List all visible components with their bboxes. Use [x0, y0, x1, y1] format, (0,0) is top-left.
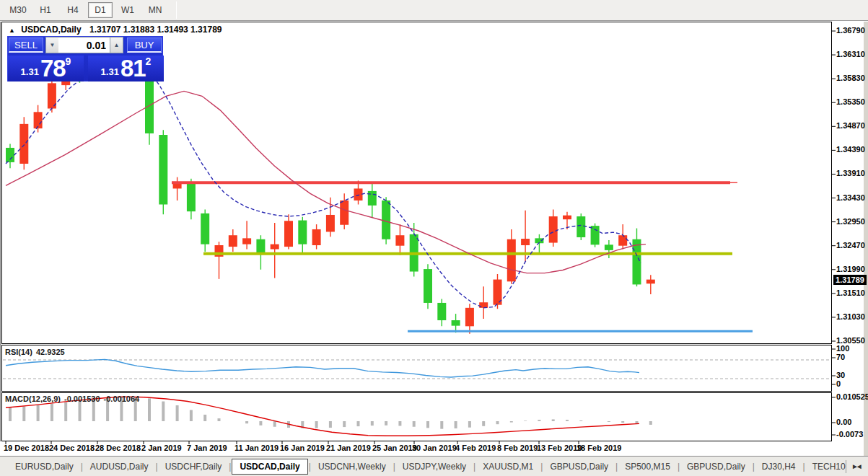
price-axis-label: 1.35350 — [836, 97, 865, 106]
date-axis-label: 18 Feb 2019 — [577, 444, 621, 452]
price-axis-label: 1.32950 — [836, 217, 865, 226]
price-axis-label: 1.33430 — [836, 193, 865, 202]
tab-separator: | — [615, 462, 618, 472]
volume-decrease-button[interactable]: ▼ — [45, 37, 59, 53]
indicator-axis-label: 0.00 — [836, 418, 851, 426]
chart-tab-usdjpy-weekly[interactable]: USDJPY,Weekly — [396, 459, 473, 475]
price-axis-label: 1.32470 — [836, 241, 865, 250]
date-axis-label: 2 Jan 2019 — [141, 444, 182, 452]
price-axis-label: 1.34390 — [836, 145, 865, 154]
buy-button[interactable]: BUY — [127, 38, 162, 53]
indicator-axis-label: 0.010525 — [836, 392, 868, 401]
buy-price-display[interactable]: 1.31 81 2 — [88, 56, 164, 81]
price-axis-label: 1.31510 — [836, 288, 865, 297]
price-axis-label: 1.36790 — [836, 26, 865, 35]
indicator-axis-label: 30 — [836, 371, 845, 379]
tab-separator: | — [753, 462, 755, 472]
tabbar-divider — [846, 460, 846, 473]
chart-title: ▲ USDCAD,Daily 1.31707 1.31883 1.31493 1… — [9, 25, 222, 35]
rsi-panel[interactable] — [1, 345, 832, 392]
chart-ohlc-values: 1.31707 1.31883 1.31493 1.31789 — [89, 25, 222, 35]
sell-price-prefix: 1.31 — [21, 65, 39, 79]
tab-separator: | — [81, 462, 83, 472]
rsi-name-label: RSI(14) — [5, 348, 32, 356]
sell-button[interactable]: SELL — [9, 38, 43, 53]
indicator-axis-label: 0 — [836, 379, 841, 388]
tab-separator: | — [229, 462, 231, 472]
macd-header: MACD(12,26,9)-0.001530-0.001064 — [5, 395, 143, 403]
window-edge — [0, 22, 1, 441]
chart-tab-gbpusd-daily[interactable]: GBPUSD,Daily — [680, 459, 752, 475]
date-axis-label: 24 Dec 2018 — [49, 444, 95, 452]
chart-tab-usdchf-daily[interactable]: USDCHF,Daily — [159, 459, 229, 475]
chart-tabbar: EURUSD,Daily|AUDUSD,Daily|USDCHF,Daily|U… — [0, 456, 868, 476]
date-axis-label: 13 Feb 2019 — [537, 444, 582, 452]
one-click-trade-panel: SELL ▼ ▲ BUY 1.31 78 9 1.31 81 2 — [7, 36, 163, 81]
chart-tab-xauusd-m1[interactable]: XAUUSD,M1 — [476, 459, 540, 475]
buy-price-pips: 81 — [120, 58, 146, 79]
buy-price-point: 2 — [146, 57, 152, 66]
tab-separator: | — [309, 462, 311, 472]
date-axis-label: 16 Jan 2019 — [280, 444, 325, 452]
macd-name-label: MACD(12,26,9) — [5, 395, 61, 403]
tab-separator: | — [803, 462, 805, 472]
chart-tab-gbpusd-daily[interactable]: GBPUSD,Daily — [543, 459, 615, 475]
date-axis-label: 7 Jan 2019 — [187, 444, 227, 452]
date-axis-label: 30 Jan 2019 — [412, 444, 457, 452]
chevron-up-icon: ▲ — [114, 42, 120, 48]
macd-value-main: -0.001530 — [64, 395, 100, 403]
chart-tab-usdcnh-weekly[interactable]: USDCNH,Weekly — [312, 459, 393, 475]
price-axis-label: 1.33910 — [836, 169, 865, 177]
date-axis-label: 19 Dec 2018 — [4, 444, 49, 452]
rsi-header: RSI(14)42.9325 — [5, 348, 69, 356]
chart-tab-usdcad-daily[interactable]: USDCAD,Daily — [232, 459, 307, 475]
price-axis-label: 1.34870 — [836, 121, 865, 130]
chart-tab-eurusd-daily[interactable]: EURUSD,Daily — [9, 459, 80, 475]
indicator-axis-label: 70 — [836, 353, 845, 361]
macd-value-signal: -0.001064 — [104, 395, 140, 403]
tab-separator: | — [156, 462, 158, 472]
chart-tab-dj30-h4[interactable]: DJ30,H4 — [755, 459, 802, 475]
chart-symbol-label: USDCAD,Daily — [21, 25, 81, 35]
date-axis-label: 25 Jan 2019 — [372, 444, 417, 452]
sell-price-point: 9 — [66, 57, 71, 66]
date-axis-label: 4 Feb 2019 — [455, 444, 496, 452]
tab-scroll-right-icon[interactable]: ► — [848, 462, 862, 470]
tab-separator: | — [540, 462, 543, 472]
collapse-triangle-icon[interactable]: ▲ — [9, 27, 15, 34]
chart-tab-sp500-m15[interactable]: SP500,M15 — [618, 459, 677, 475]
price-axis-label: 1.31990 — [836, 265, 865, 273]
rsi-value: 42.9325 — [36, 348, 65, 356]
date-axis-label: 11 Jan 2019 — [234, 444, 279, 452]
current-price-tag: 1.31789 — [833, 275, 867, 285]
chart-tab-audusd-daily[interactable]: AUDUSD,Daily — [84, 459, 155, 475]
indicator-axis-label: 100 — [836, 344, 849, 353]
date-axis-label: 21 Jan 2019 — [326, 444, 371, 452]
volume-increase-button[interactable]: ▲ — [110, 37, 123, 53]
tab-separator: | — [473, 462, 475, 472]
indicator-axis-label: -0.0073 — [836, 430, 863, 438]
price-axis-label: 1.31030 — [836, 312, 865, 321]
sell-price-pips: 78 — [40, 58, 66, 79]
tab-separator: | — [393, 462, 395, 472]
buy-price-prefix: 1.31 — [101, 65, 119, 79]
price-axis-label: 1.35830 — [836, 74, 865, 82]
tab-separator: | — [678, 462, 680, 472]
price-axis-label: 1.36310 — [836, 50, 865, 58]
sell-price-display[interactable]: 1.31 78 9 — [8, 56, 84, 81]
volume-input[interactable] — [58, 37, 110, 53]
date-axis-label: 28 Dec 2018 — [95, 444, 141, 452]
chevron-down-icon: ▼ — [50, 42, 56, 48]
date-axis-label: 8 Feb 2019 — [497, 444, 538, 452]
trading-platform-window: M30H1H4D1W1MN ▲ USDCAD,Daily 1.31707 1.3… — [0, 0, 868, 476]
